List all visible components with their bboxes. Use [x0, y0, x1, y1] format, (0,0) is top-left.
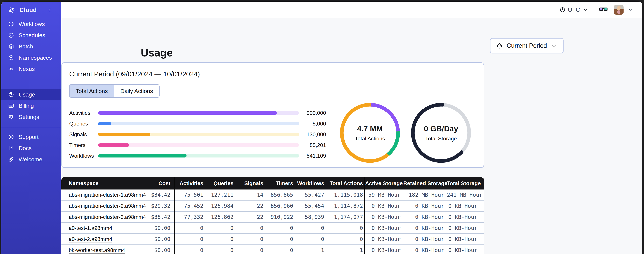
table-cell: 55,454: [294, 200, 326, 212]
user-avatar[interactable]: [614, 5, 624, 14]
table-row: bk-worker-test.a98mm4$0.000000110 KB-Hou…: [61, 244, 484, 254]
column-header-total-actions: Total Actions: [326, 177, 365, 190]
usage-icon: [8, 92, 14, 98]
table-cell: 1: [294, 244, 326, 254]
sidebar-item-schedules[interactable]: Schedules: [1, 30, 61, 41]
table-cell: 182 MB-Hour: [403, 190, 447, 200]
profile-menu-chevron-icon[interactable]: [628, 7, 633, 12]
table-cell: 75,501: [174, 190, 205, 200]
table-cell: 22: [235, 212, 265, 222]
column-header-retained-storage: Retained Storage: [403, 177, 447, 190]
usage-bar-chart: Activities900,000Queries5,000Signals130,…: [69, 108, 326, 161]
column-header-namespace: Namespace: [61, 177, 139, 190]
table-cell: 0 KB-Hour: [403, 244, 447, 254]
period-select-button[interactable]: Current Period: [490, 38, 564, 54]
table-cell: 0: [326, 222, 365, 234]
workflows-icon: [8, 21, 14, 27]
table-cell: 0: [235, 234, 265, 244]
namespace-link[interactable]: abs-migration-cluster-3.a98mm4: [69, 214, 146, 220]
table-cell: 0: [294, 234, 326, 244]
column-header-active-storage: Active Storage: [365, 177, 403, 190]
namespace-link[interactable]: abs-migration-cluster-1.a98mm4: [69, 192, 146, 198]
table-cell: 126,862: [205, 212, 235, 222]
docs-icon: [8, 145, 14, 151]
table-cell: 0: [265, 244, 294, 254]
sidebar-primary-nav: WorkflowsSchedulesBatchNamespacesNexus: [1, 18, 61, 74]
namespace-link[interactable]: a0-test-2.a98mm4: [69, 236, 112, 242]
sidebar-item-usage[interactable]: Usage: [1, 89, 61, 100]
sidebar-item-billing[interactable]: Billing: [1, 100, 61, 112]
sidebar-item-nexus[interactable]: Nexus: [1, 63, 61, 74]
bar-row-signals: Signals130,000: [69, 129, 326, 140]
table-row: a0-test-1.a98mm4$0.000000000 KB-Hour0 KB…: [61, 222, 484, 234]
sidebar-item-support[interactable]: Support: [1, 131, 61, 142]
settings-icon: [8, 114, 14, 120]
bar-fill: [98, 122, 111, 125]
page-title: Usage: [141, 46, 173, 59]
app-window: UTC Cloud WorkflowsSchedulesBatchNamespa…: [1, 2, 642, 254]
table-cell: 0 KB-Hour: [365, 234, 403, 244]
namespace-usage-table: NamespaceCostActivitiesQueriesSignalsTim…: [61, 177, 484, 254]
bar-label: Workflows: [69, 153, 98, 159]
total-actions-value: 4.7 MM: [357, 124, 383, 133]
bar-row-workflows: Workflows541,109: [69, 150, 326, 161]
sidebar-item-label: Nexus: [18, 66, 35, 72]
tab-total-actions[interactable]: Total Actions: [70, 85, 114, 97]
table-cell: 1: [326, 244, 365, 254]
bar-fill: [98, 154, 186, 158]
labs-glasses-button[interactable]: [599, 7, 608, 12]
table-cell: 0: [265, 222, 294, 234]
sidebar-item-workflows[interactable]: Workflows: [1, 18, 61, 30]
table-cell: 55,427: [294, 190, 326, 200]
timezone-selector[interactable]: UTC: [560, 6, 588, 13]
sidebar-item-label: Namespaces: [18, 54, 52, 61]
table-cell: 59 MB-Hour: [365, 190, 403, 200]
bar-fill: [98, 133, 150, 136]
table-cell: 77,332: [174, 212, 205, 222]
table-cell: 126,984: [205, 200, 235, 212]
sidebar-item-settings[interactable]: Settings: [1, 112, 61, 123]
table-cell: 0: [174, 234, 205, 244]
table-cell: 0 KB-Hour: [447, 212, 484, 222]
sidebar-account-nav: UsageBillingSettings: [1, 89, 61, 123]
namespace-link[interactable]: abs-migration-cluster-2.a98mm4: [69, 203, 146, 209]
chevron-down-icon: [582, 7, 588, 13]
total-storage-caption: Total Storage: [425, 136, 457, 142]
sidebar-item-label: Settings: [18, 114, 39, 120]
stopwatch-icon: [496, 42, 503, 49]
bar-track: [98, 122, 299, 125]
table-cell: 0: [174, 244, 205, 254]
namespace-link[interactable]: bk-worker-test.a98mm4: [69, 247, 125, 253]
sidebar-item-namespaces[interactable]: Namespaces: [1, 52, 61, 63]
tab-daily-actions[interactable]: Daily Actions: [114, 85, 159, 97]
column-header-workflows: Workflows: [294, 177, 326, 190]
sidebar-item-docs[interactable]: Docs: [1, 142, 61, 154]
table-cell: 0 KB-Hour: [403, 212, 447, 222]
table-cell: 856,865: [265, 190, 294, 200]
sidebar-item-label: Usage: [18, 91, 35, 98]
table-cell: 0: [294, 222, 326, 234]
table-cell: $0.00: [139, 244, 174, 254]
main-content: Usage Current Period Current Period (09/…: [61, 18, 642, 254]
clock-icon: [560, 7, 566, 13]
sidebar-item-welcome[interactable]: Welcome: [1, 154, 61, 165]
namespace-link[interactable]: a0-test-1.a98mm4: [69, 225, 112, 231]
bar-track: [98, 133, 299, 136]
table-cell: 1,114,872: [326, 200, 365, 212]
bar-row-activities: Activities900,000: [69, 108, 326, 118]
table-cell: 1,174,077: [326, 212, 365, 222]
table-cell: 14: [235, 190, 265, 200]
column-header-cost: Cost: [139, 177, 174, 190]
sidebar-item-label: Support: [18, 134, 38, 140]
total-actions-caption: Total Actions: [355, 136, 385, 142]
temporal-logo-icon: [8, 6, 15, 14]
sidebar-item-batch[interactable]: Batch: [1, 41, 61, 52]
sidebar-collapse-button[interactable]: [46, 7, 52, 13]
table-cell: 0: [235, 244, 265, 254]
column-header-queries: Queries: [205, 177, 235, 190]
table-cell: 0 KB-Hour: [365, 222, 403, 234]
table-header-row: NamespaceCostActivitiesQueriesSignalsTim…: [61, 177, 484, 190]
support-icon: [8, 134, 14, 140]
sidebar-divider: [1, 127, 61, 127]
batch-icon: [8, 44, 14, 50]
